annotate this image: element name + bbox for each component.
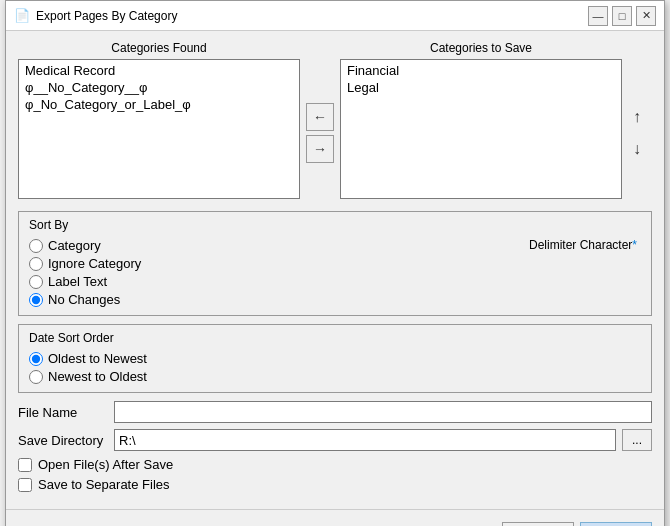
date-sort-title: Date Sort Order [29,331,641,345]
sort-by-content: Category Ignore Category Label Text No C… [29,238,641,307]
save-directory-input[interactable] [114,429,616,451]
bottom-separator [6,509,664,510]
list-item[interactable]: φ__No_Category__φ [23,79,295,96]
sort-by-section: Sort By Category Ignore Category Label T… [18,211,652,316]
cancel-button[interactable]: Cancel [502,522,574,526]
move-left-button[interactable]: ← [306,103,334,131]
sort-category-option[interactable]: Category [29,238,141,253]
sort-category-label: Category [48,238,101,253]
list-item[interactable]: Financial [345,62,617,79]
browse-button[interactable]: ... [622,429,652,451]
sort-ignore-option[interactable]: Ignore Category [29,256,141,271]
open-after-save-label[interactable]: Open File(s) After Save [38,457,173,472]
categories-found-label: Categories Found [18,41,300,55]
main-window: 📄 Export Pages By Category — □ ✕ Categor… [5,0,665,526]
categories-save-panel: Categories to Save Financial Legal [340,41,622,199]
content-area: Categories Found Medical Record φ__No_Ca… [6,31,664,509]
minimize-button[interactable]: — [588,6,608,26]
categories-found-list[interactable]: Medical Record φ__No_Category__φ φ_No_Ca… [18,59,300,199]
sort-label-radio[interactable] [29,275,43,289]
sort-none-option[interactable]: No Changes [29,292,141,307]
bottom-bar: Cancel Save [6,516,664,526]
close-button[interactable]: ✕ [636,6,656,26]
move-down-button[interactable]: ↓ [625,136,649,162]
reorder-arrows: ↑ ↓ [622,41,652,203]
date-newest-radio[interactable] [29,370,43,384]
save-directory-label: Save Directory [18,433,108,448]
date-sort-section: Date Sort Order Oldest to Newest Newest … [18,324,652,393]
sort-label-option[interactable]: Label Text [29,274,141,289]
window-icon: 📄 [14,8,30,24]
sort-category-radio[interactable] [29,239,43,253]
move-right-button[interactable]: → [306,135,334,163]
list-item[interactable]: Legal [345,79,617,96]
save-button[interactable]: Save [580,522,652,526]
sort-label-text: Label Text [48,274,107,289]
date-oldest-radio[interactable] [29,352,43,366]
categories-found-panel: Categories Found Medical Record φ__No_Ca… [18,41,300,199]
sort-none-label: No Changes [48,292,120,307]
list-item[interactable]: Medical Record [23,62,295,79]
file-name-input[interactable] [114,401,652,423]
title-bar: 📄 Export Pages By Category — □ ✕ [6,1,664,31]
list-item[interactable]: φ_No_Category_or_Label_φ [23,96,295,113]
sort-radio-group: Category Ignore Category Label Text No C… [29,238,141,307]
categories-row: Categories Found Medical Record φ__No_Ca… [18,41,652,203]
transfer-arrows: ← → [300,41,340,203]
date-oldest-option[interactable]: Oldest to Newest [29,351,641,366]
date-newest-option[interactable]: Newest to Oldest [29,369,641,384]
categories-save-label: Categories to Save [340,41,622,55]
sort-by-title: Sort By [29,218,641,232]
file-name-row: File Name [18,401,652,423]
date-oldest-label: Oldest to Newest [48,351,147,366]
save-separate-row: Save to Separate Files [18,477,652,492]
window-title: Export Pages By Category [36,9,588,23]
move-up-button[interactable]: ↑ [625,104,649,130]
maximize-button[interactable]: □ [612,6,632,26]
categories-save-list[interactable]: Financial Legal [340,59,622,199]
file-name-label: File Name [18,405,108,420]
sort-ignore-radio[interactable] [29,257,43,271]
title-bar-controls: — □ ✕ [588,6,656,26]
sort-none-radio[interactable] [29,293,43,307]
date-sort-radio-group: Oldest to Newest Newest to Oldest [29,351,641,384]
sort-ignore-label: Ignore Category [48,256,141,271]
save-separate-label[interactable]: Save to Separate Files [38,477,170,492]
open-after-save-checkbox[interactable] [18,458,32,472]
date-newest-label: Newest to Oldest [48,369,147,384]
open-after-save-row: Open File(s) After Save [18,457,652,472]
save-directory-row: Save Directory ... [18,429,652,451]
delimiter-asterisk: * [632,238,637,252]
delimiter-character-label: Delimiter Character* [529,238,641,252]
save-separate-checkbox[interactable] [18,478,32,492]
